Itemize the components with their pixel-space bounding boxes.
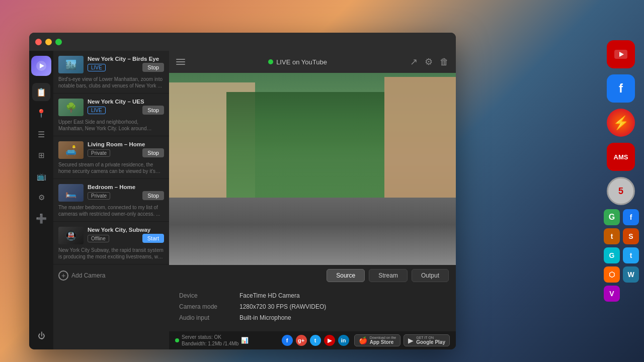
camera-item-1[interactable]: 🏙️ New York City – Birds Eye LIVE Stop B… xyxy=(53,51,169,94)
camera-desc-2: Upper East Side and neighborhood, Manhat… xyxy=(58,119,164,132)
fullscreen-button[interactable] xyxy=(55,39,62,45)
street-overlay xyxy=(169,198,456,265)
sidebar-item-list[interactable]: ☰ xyxy=(32,125,50,143)
cluster-icon-o[interactable]: ⬡ xyxy=(604,266,620,283)
camera-mode-label: Camera mode xyxy=(179,303,239,310)
social-icon-linkedin[interactable]: in xyxy=(338,335,349,346)
window-content: 📋 📍 ☰ ⊞ 📺 ⚙ ➕ ⏻ xyxy=(29,51,456,349)
camera-name-3: Living Room – Home xyxy=(88,141,164,147)
video-area xyxy=(169,73,456,265)
desktop-icon-thunder[interactable]: ⚡ xyxy=(607,109,635,137)
trees xyxy=(226,92,384,207)
camera-item-3[interactable]: 🛋️ Living Room – Home Private Stop Secur… xyxy=(53,136,169,179)
source-tab[interactable]: Source xyxy=(327,269,365,282)
camera-info-4: Bedroom – Home Private Stop xyxy=(88,184,164,202)
main-content: LIVE on YouTube ↗ ⚙ 🗑 Source xyxy=(169,51,456,349)
desktop-icons: f ⚡ AMS 5 xyxy=(607,40,635,205)
sidebar-item-grid[interactable]: ⊞ xyxy=(32,146,50,164)
desktop-icon-facebook[interactable]: f xyxy=(607,74,635,103)
camera-stop-btn-2[interactable]: Stop xyxy=(142,106,164,115)
social-icon-googleplus[interactable]: g+ xyxy=(296,335,307,346)
camera-name-4: Bedroom – Home xyxy=(88,184,164,190)
sidebar-item-power[interactable]: ⏻ xyxy=(32,326,50,344)
apple-store-text: Download on the App Store xyxy=(370,336,396,345)
share-icon[interactable]: ↗ xyxy=(410,56,418,67)
sidebar-item-channels[interactable]: 📋 xyxy=(32,83,50,101)
audio-input-value: Built-in Microphone xyxy=(239,314,291,321)
sidebar-item-location[interactable]: 📍 xyxy=(32,104,50,122)
google-play-badge[interactable]: ▶ GET IT ON Google Play xyxy=(404,334,450,346)
camera-thumb-4: 🛏️ xyxy=(58,184,84,202)
bandwidth-text: Bandwidth: 1.2Mb /1.4Mb xyxy=(182,340,238,347)
camera-name-2: New York City – UES xyxy=(88,99,164,105)
desktop-icon-ams[interactable]: AMS xyxy=(607,143,635,171)
live-text: LIVE on YouTube xyxy=(276,58,327,66)
menu-icon[interactable] xyxy=(176,59,185,65)
desktop-icon-cluster: G f t S G t ⬡ W V xyxy=(604,209,639,302)
social-icon-facebook[interactable]: f xyxy=(282,335,293,346)
cluster-icon-g[interactable]: G xyxy=(604,209,620,225)
cluster-icon-s[interactable]: S xyxy=(623,228,639,244)
video-placeholder xyxy=(169,73,456,265)
apple-store-badge[interactable]: 🍎 Download on the App Store xyxy=(354,334,401,346)
store-badges: 🍎 Download on the App Store ▶ GET IT ON … xyxy=(354,334,450,346)
camera-stop-btn-1[interactable]: Stop xyxy=(142,63,164,72)
social-icon-youtube[interactable]: ▶ xyxy=(324,335,335,346)
camera-info-2: New York City – UES LIVE Stop xyxy=(88,99,164,117)
bandwidth-icon: 📊 xyxy=(241,337,249,344)
camera-thumb-1: 🏙️ xyxy=(58,56,84,73)
server-status-dot xyxy=(175,338,179,342)
camera-desc-1: Bird's-eye view of Lower Manhattan, zoom… xyxy=(58,76,164,89)
cluster-icon-fb2[interactable]: f xyxy=(623,209,639,225)
output-tab[interactable]: Output xyxy=(412,269,449,282)
camera-desc-4: The master bedroom, connected to my list… xyxy=(58,204,164,217)
camera-start-btn-5[interactable]: Start xyxy=(142,234,164,243)
device-row: Device FaceTime HD Camera xyxy=(179,292,446,299)
info-panel: Device FaceTime HD Camera Camera mode 12… xyxy=(169,286,456,331)
camera-list: 🏙️ New York City – Birds Eye LIVE Stop B… xyxy=(53,51,169,349)
cluster-icon-t[interactable]: t xyxy=(604,228,620,244)
google-play-icon: ▶ xyxy=(408,336,414,344)
server-status-text: Server status: OK xyxy=(182,334,238,340)
camera-stop-btn-3[interactable]: Stop xyxy=(142,148,164,157)
controls-bar: Source Stream Output xyxy=(169,265,456,286)
settings-icon[interactable]: ⚙ xyxy=(425,56,433,67)
stream-tab[interactable]: Stream xyxy=(369,269,408,282)
social-icon-twitter[interactable]: t xyxy=(310,335,321,346)
camera-item-5[interactable]: 🚇 New York City, Subway Offline Start Ne… xyxy=(53,222,169,264)
cluster-icon-tw[interactable]: t xyxy=(623,247,639,263)
camera-status-2: LIVE xyxy=(88,107,106,114)
sidebar-item-settings[interactable]: ⚙ xyxy=(32,189,50,207)
app-logo[interactable] xyxy=(31,56,51,76)
minimize-button[interactable] xyxy=(45,39,52,45)
cluster-icon-w[interactable]: W xyxy=(623,266,639,283)
camera-item-4[interactable]: 🛏️ Bedroom – Home Private Stop The maste… xyxy=(53,179,169,222)
camera-status-5: Offline xyxy=(88,235,109,242)
camera-thumb-3: 🛋️ xyxy=(58,141,84,159)
live-indicator: LIVE on YouTube xyxy=(190,58,405,66)
audio-input-label: Audio input xyxy=(179,314,239,321)
close-button[interactable] xyxy=(35,39,42,45)
camera-status-1: LIVE xyxy=(88,64,106,71)
device-value: FaceTime HD Camera xyxy=(239,292,300,299)
camera-status-3: Private xyxy=(88,149,110,157)
camera-item-2[interactable]: 🌳 New York City – UES LIVE Stop Upper Ea… xyxy=(53,94,169,136)
server-status: Server status: OK Bandwidth: 1.2Mb /1.4M… xyxy=(175,334,277,347)
camera-info-3: Living Room – Home Private Stop xyxy=(88,141,164,159)
camera-desc-5: New York City Subway, the rapid transit … xyxy=(58,247,164,260)
cluster-icon-v[interactable]: V xyxy=(604,286,620,302)
camera-status-4: Private xyxy=(88,192,110,200)
camera-stop-btn-4[interactable]: Stop xyxy=(142,191,164,200)
sidebar: 📋 📍 ☰ ⊞ 📺 ⚙ ➕ ⏻ xyxy=(29,51,53,349)
sidebar-item-add[interactable]: ➕ xyxy=(32,210,50,228)
camera-info-1: New York City – Birds Eye LIVE Stop xyxy=(88,56,164,74)
titlebar xyxy=(29,33,456,51)
desktop-icon-youtube[interactable] xyxy=(607,40,635,68)
sidebar-item-video[interactable]: 📺 xyxy=(32,167,50,186)
camera-desc-3: Secured stream of a private residence, t… xyxy=(58,161,164,174)
add-camera-button[interactable]: + Add Camera xyxy=(53,264,169,287)
camera-mode-row: Camera mode 644x362 30 FPS (RAWVIDEO) xyxy=(179,303,446,310)
desktop-icon-s5[interactable]: 5 xyxy=(607,177,635,205)
delete-icon[interactable]: 🗑 xyxy=(440,57,449,67)
cluster-icon-gp[interactable]: G xyxy=(604,247,620,263)
